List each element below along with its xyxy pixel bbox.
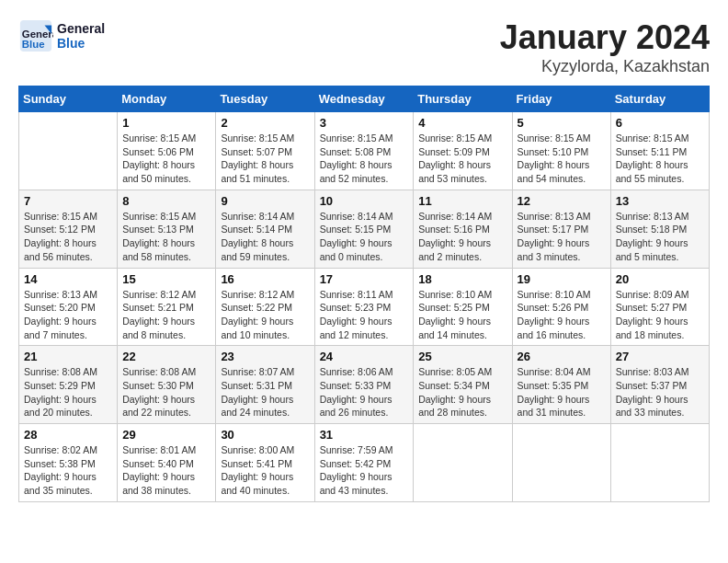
calendar-cell: 21Sunrise: 8:08 AM Sunset: 5:29 PM Dayli… xyxy=(19,346,118,424)
calendar-cell xyxy=(512,424,610,502)
svg-text:Blue: Blue xyxy=(22,39,45,50)
day-number: 19 xyxy=(518,272,606,286)
calendar-cell: 2Sunrise: 8:15 AM Sunset: 5:07 PM Daylig… xyxy=(216,112,314,190)
calendar-cell: 27Sunrise: 8:03 AM Sunset: 5:37 PM Dayli… xyxy=(610,346,709,424)
day-number: 30 xyxy=(221,428,309,442)
day-number: 5 xyxy=(518,116,606,130)
month-title: January 2024 xyxy=(500,18,710,57)
day-info: Sunrise: 8:15 AM Sunset: 5:08 PM Dayligh… xyxy=(320,132,409,186)
day-number: 24 xyxy=(320,350,409,363)
day-number: 28 xyxy=(24,428,112,442)
day-info: Sunrise: 8:01 AM Sunset: 5:40 PM Dayligh… xyxy=(122,443,210,498)
weekday-header: Sunday xyxy=(19,86,118,112)
weekday-header: Wednesday xyxy=(314,86,414,112)
day-info: Sunrise: 8:07 AM Sunset: 5:31 PM Dayligh… xyxy=(221,365,309,419)
day-number: 31 xyxy=(320,428,409,442)
calendar-cell: 5Sunrise: 8:15 AM Sunset: 5:10 PM Daylig… xyxy=(512,112,610,190)
day-number: 1 xyxy=(122,116,210,130)
calendar-cell: 16Sunrise: 8:12 AM Sunset: 5:22 PM Dayli… xyxy=(216,268,314,346)
day-info: Sunrise: 8:13 AM Sunset: 5:18 PM Dayligh… xyxy=(616,210,704,264)
day-number: 18 xyxy=(418,272,506,286)
day-info: Sunrise: 8:08 AM Sunset: 5:30 PM Dayligh… xyxy=(122,365,210,419)
calendar-cell: 19Sunrise: 8:10 AM Sunset: 5:26 PM Dayli… xyxy=(512,268,610,346)
day-number: 14 xyxy=(24,272,112,286)
day-number: 15 xyxy=(122,272,210,286)
day-info: Sunrise: 8:02 AM Sunset: 5:38 PM Dayligh… xyxy=(24,443,112,498)
day-number: 11 xyxy=(418,194,506,208)
day-info: Sunrise: 8:04 AM Sunset: 5:35 PM Dayligh… xyxy=(518,365,606,419)
day-info: Sunrise: 8:10 AM Sunset: 5:26 PM Dayligh… xyxy=(518,288,606,342)
day-number: 25 xyxy=(418,350,506,363)
day-info: Sunrise: 8:15 AM Sunset: 5:09 PM Dayligh… xyxy=(418,132,506,186)
logo-blue: Blue xyxy=(57,36,105,51)
day-number: 26 xyxy=(518,350,606,363)
day-info: Sunrise: 8:11 AM Sunset: 5:23 PM Dayligh… xyxy=(320,288,409,342)
calendar-cell: 12Sunrise: 8:13 AM Sunset: 5:17 PM Dayli… xyxy=(512,190,610,268)
calendar-cell: 29Sunrise: 8:01 AM Sunset: 5:40 PM Dayli… xyxy=(118,424,216,502)
calendar-cell: 30Sunrise: 8:00 AM Sunset: 5:41 PM Dayli… xyxy=(216,424,314,502)
day-info: Sunrise: 8:13 AM Sunset: 5:20 PM Dayligh… xyxy=(24,288,112,342)
day-number: 13 xyxy=(616,194,704,208)
page-header: General Blue General Blue January 2024 K… xyxy=(18,18,710,76)
day-info: Sunrise: 8:06 AM Sunset: 5:33 PM Dayligh… xyxy=(320,365,409,419)
day-info: Sunrise: 8:13 AM Sunset: 5:17 PM Dayligh… xyxy=(518,210,606,264)
day-info: Sunrise: 8:12 AM Sunset: 5:22 PM Dayligh… xyxy=(221,288,309,342)
day-number: 23 xyxy=(221,350,309,363)
title-block: January 2024 Kyzylorda, Kazakhstan xyxy=(500,18,710,76)
day-number: 16 xyxy=(221,272,309,286)
day-info: Sunrise: 8:08 AM Sunset: 5:29 PM Dayligh… xyxy=(24,365,112,419)
day-number: 17 xyxy=(320,272,409,286)
location-title: Kyzylorda, Kazakhstan xyxy=(500,57,710,76)
day-number: 21 xyxy=(24,350,112,363)
calendar-cell: 18Sunrise: 8:10 AM Sunset: 5:25 PM Dayli… xyxy=(414,268,512,346)
calendar-table: SundayMondayTuesdayWednesdayThursdayFrid… xyxy=(18,86,710,502)
day-number: 9 xyxy=(221,194,309,208)
calendar-cell: 8Sunrise: 8:15 AM Sunset: 5:13 PM Daylig… xyxy=(118,190,216,268)
day-info: Sunrise: 8:14 AM Sunset: 5:16 PM Dayligh… xyxy=(418,210,506,264)
day-info: Sunrise: 8:09 AM Sunset: 5:27 PM Dayligh… xyxy=(616,288,704,342)
calendar-cell: 9Sunrise: 8:14 AM Sunset: 5:14 PM Daylig… xyxy=(216,190,314,268)
calendar-cell: 6Sunrise: 8:15 AM Sunset: 5:11 PM Daylig… xyxy=(610,112,709,190)
calendar-cell: 1Sunrise: 8:15 AM Sunset: 5:06 PM Daylig… xyxy=(118,112,216,190)
day-number: 10 xyxy=(320,194,409,208)
calendar-cell xyxy=(414,424,512,502)
weekday-header: Tuesday xyxy=(216,86,314,112)
logo-icon: General Blue xyxy=(18,18,53,53)
calendar-cell: 14Sunrise: 8:13 AM Sunset: 5:20 PM Dayli… xyxy=(19,268,118,346)
day-number: 20 xyxy=(616,272,704,286)
day-number: 4 xyxy=(418,116,506,130)
day-info: Sunrise: 8:15 AM Sunset: 5:07 PM Dayligh… xyxy=(221,132,309,186)
calendar-cell: 4Sunrise: 8:15 AM Sunset: 5:09 PM Daylig… xyxy=(414,112,512,190)
calendar-cell: 25Sunrise: 8:05 AM Sunset: 5:34 PM Dayli… xyxy=(414,346,512,424)
day-info: Sunrise: 8:15 AM Sunset: 5:11 PM Dayligh… xyxy=(616,132,704,186)
weekday-header: Thursday xyxy=(414,86,512,112)
calendar-cell: 20Sunrise: 8:09 AM Sunset: 5:27 PM Dayli… xyxy=(610,268,709,346)
day-number: 12 xyxy=(518,194,606,208)
day-info: Sunrise: 8:15 AM Sunset: 5:10 PM Dayligh… xyxy=(518,132,606,186)
day-number: 22 xyxy=(122,350,210,363)
calendar-cell: 11Sunrise: 8:14 AM Sunset: 5:16 PM Dayli… xyxy=(414,190,512,268)
logo-general: General xyxy=(57,21,105,36)
calendar-cell: 26Sunrise: 8:04 AM Sunset: 5:35 PM Dayli… xyxy=(512,346,610,424)
calendar-cell xyxy=(610,424,709,502)
day-number: 6 xyxy=(616,116,704,130)
day-number: 8 xyxy=(122,194,210,208)
day-info: Sunrise: 8:15 AM Sunset: 5:06 PM Dayligh… xyxy=(122,132,210,186)
weekday-header: Monday xyxy=(118,86,216,112)
calendar-cell xyxy=(19,112,118,190)
day-number: 3 xyxy=(320,116,409,130)
day-info: Sunrise: 7:59 AM Sunset: 5:42 PM Dayligh… xyxy=(320,443,409,498)
calendar-cell: 13Sunrise: 8:13 AM Sunset: 5:18 PM Dayli… xyxy=(610,190,709,268)
day-info: Sunrise: 8:05 AM Sunset: 5:34 PM Dayligh… xyxy=(418,365,506,419)
calendar-cell: 17Sunrise: 8:11 AM Sunset: 5:23 PM Dayli… xyxy=(314,268,414,346)
calendar-cell: 10Sunrise: 8:14 AM Sunset: 5:15 PM Dayli… xyxy=(314,190,414,268)
day-number: 27 xyxy=(616,350,704,363)
day-info: Sunrise: 8:14 AM Sunset: 5:15 PM Dayligh… xyxy=(320,210,409,264)
day-info: Sunrise: 8:00 AM Sunset: 5:41 PM Dayligh… xyxy=(221,443,309,498)
day-number: 2 xyxy=(221,116,309,130)
weekday-header: Saturday xyxy=(610,86,709,112)
calendar-cell: 31Sunrise: 7:59 AM Sunset: 5:42 PM Dayli… xyxy=(314,424,414,502)
calendar-cell: 3Sunrise: 8:15 AM Sunset: 5:08 PM Daylig… xyxy=(314,112,414,190)
day-info: Sunrise: 8:14 AM Sunset: 5:14 PM Dayligh… xyxy=(221,210,309,264)
day-info: Sunrise: 8:03 AM Sunset: 5:37 PM Dayligh… xyxy=(616,365,704,419)
